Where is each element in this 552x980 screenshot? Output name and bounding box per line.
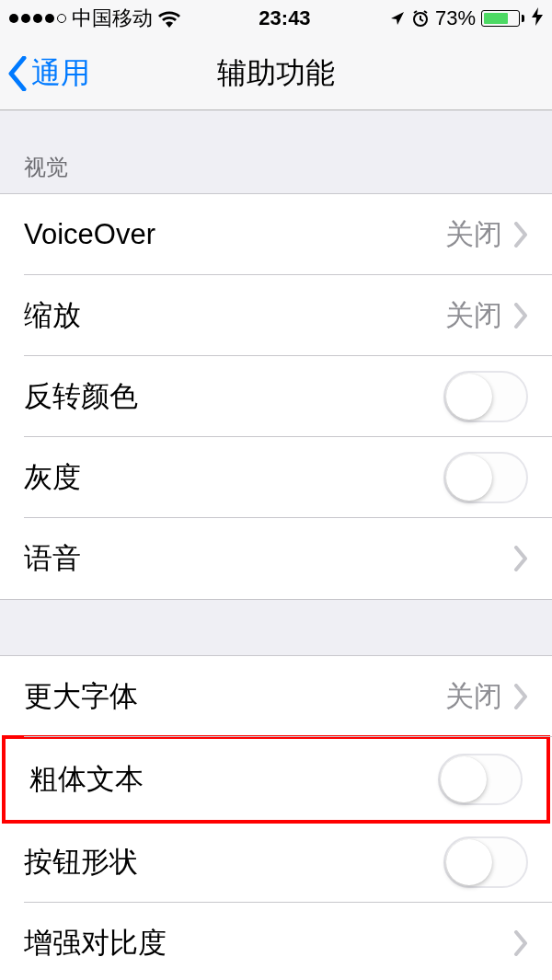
row-button-shapes[interactable]: 按钮形状 xyxy=(0,822,552,903)
nav-bar: 通用 辅助功能 xyxy=(0,37,552,110)
row-zoom[interactable]: 缩放 关闭 xyxy=(0,275,552,356)
section-header-vision: 视觉 xyxy=(0,110,552,193)
back-button[interactable]: 通用 xyxy=(0,53,90,94)
row-label: 更大字体 xyxy=(24,677,445,716)
row-value: 关闭 xyxy=(445,677,502,716)
row-increase-contrast[interactable]: 增强对比度 xyxy=(0,903,552,980)
content: 视觉 VoiceOver 关闭 缩放 关闭 反转颜色 灰度 语音 更大字体 xyxy=(0,110,552,980)
group-vision: VoiceOver 关闭 缩放 关闭 反转颜色 灰度 语音 xyxy=(0,193,552,600)
row-label: VoiceOver xyxy=(24,218,445,251)
status-left: 中国移动 xyxy=(9,5,180,32)
highlight-box: 粗体文本 xyxy=(2,735,550,824)
row-bold-text[interactable]: 粗体文本 xyxy=(6,739,546,820)
location-icon xyxy=(389,10,406,27)
chevron-right-icon xyxy=(513,303,528,329)
chevron-right-icon xyxy=(513,546,528,571)
status-right: 73% xyxy=(389,6,543,30)
row-label: 按钮形状 xyxy=(24,843,443,882)
clock-label: 23:43 xyxy=(259,6,310,30)
battery-percent-label: 73% xyxy=(435,6,476,30)
chevron-right-icon xyxy=(513,930,528,956)
row-label: 缩放 xyxy=(24,296,445,335)
chevron-right-icon xyxy=(513,684,528,709)
wifi-icon xyxy=(158,9,180,28)
charging-icon xyxy=(532,7,543,30)
section-gap xyxy=(0,600,552,655)
switch-grayscale[interactable] xyxy=(443,452,528,503)
row-voiceover[interactable]: VoiceOver 关闭 xyxy=(0,194,552,275)
row-invert-colors[interactable]: 反转颜色 xyxy=(0,356,552,437)
switch-bold-text[interactable] xyxy=(438,754,523,805)
alarm-icon xyxy=(411,9,430,28)
chevron-right-icon xyxy=(513,222,528,248)
carrier-label: 中国移动 xyxy=(72,5,153,32)
row-label: 粗体文本 xyxy=(29,760,438,799)
row-speech[interactable]: 语音 xyxy=(0,518,552,599)
group-text: 更大字体 关闭 粗体文本 按钮形状 增强对比度 减弱动态效果 关闭 xyxy=(0,655,552,980)
row-label: 增强对比度 xyxy=(24,924,513,963)
row-value: 关闭 xyxy=(445,296,502,335)
row-label: 语音 xyxy=(24,539,513,578)
row-label: 灰度 xyxy=(24,458,443,497)
row-label: 反转颜色 xyxy=(24,377,443,416)
chevron-left-icon xyxy=(7,56,28,91)
row-grayscale[interactable]: 灰度 xyxy=(0,437,552,518)
signal-strength-icon xyxy=(9,14,66,23)
switch-button-shapes[interactable] xyxy=(443,836,528,888)
status-bar: 中国移动 23:43 73% xyxy=(0,0,552,37)
row-value: 关闭 xyxy=(445,215,502,254)
back-label: 通用 xyxy=(31,53,90,94)
row-larger-text[interactable]: 更大字体 关闭 xyxy=(0,656,552,737)
battery-icon xyxy=(481,10,524,27)
switch-invert-colors[interactable] xyxy=(443,371,528,422)
